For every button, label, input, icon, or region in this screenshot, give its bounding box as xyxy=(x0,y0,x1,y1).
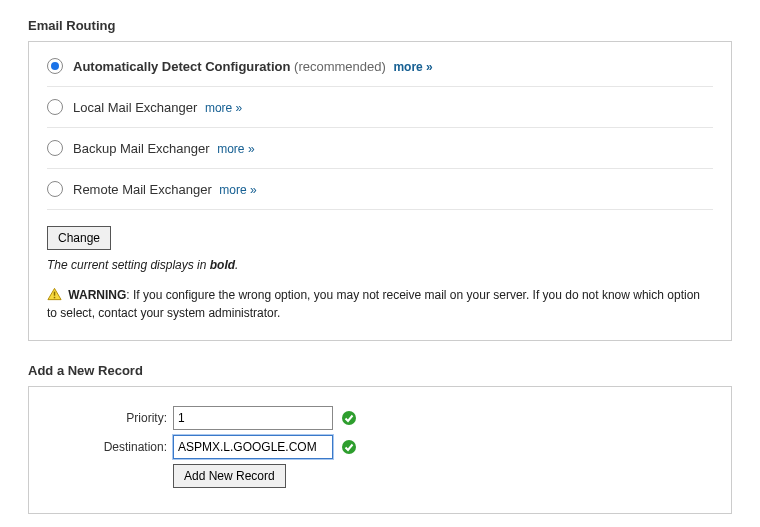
routing-option-remote[interactable]: Remote Mail Exchanger more » xyxy=(47,169,713,210)
svg-point-3 xyxy=(342,411,356,425)
radio-icon xyxy=(47,99,63,115)
routing-option-label: Remote Mail Exchanger more » xyxy=(73,182,257,197)
routing-option-backup[interactable]: Backup Mail Exchanger more » xyxy=(47,128,713,169)
destination-label: Destination: xyxy=(47,440,173,454)
destination-input[interactable] xyxy=(173,435,333,459)
more-link[interactable]: more » xyxy=(393,60,432,74)
add-record-panel: Priority: Destination: Add New Record xyxy=(28,386,732,514)
check-icon xyxy=(341,410,357,426)
routing-option-local[interactable]: Local Mail Exchanger more » xyxy=(47,87,713,128)
routing-option-label: Automatically Detect Configuration (reco… xyxy=(73,59,433,74)
add-record-heading: Add a New Record xyxy=(28,363,732,378)
more-link[interactable]: more » xyxy=(219,183,256,197)
priority-input[interactable] xyxy=(173,406,333,430)
add-new-record-button[interactable]: Add New Record xyxy=(173,464,286,488)
svg-point-4 xyxy=(342,440,356,454)
more-link[interactable]: more » xyxy=(205,101,242,115)
more-link[interactable]: more » xyxy=(217,142,254,156)
routing-option-auto[interactable]: Automatically Detect Configuration (reco… xyxy=(47,56,713,87)
radio-icon xyxy=(47,58,63,74)
email-routing-panel: Automatically Detect Configuration (reco… xyxy=(28,41,732,341)
svg-rect-1 xyxy=(54,292,56,296)
email-routing-heading: Email Routing xyxy=(28,18,732,33)
current-setting-hint: The current setting displays in bold. xyxy=(47,258,713,272)
priority-label: Priority: xyxy=(47,411,173,425)
change-button[interactable]: Change xyxy=(47,226,111,250)
routing-option-label: Backup Mail Exchanger more » xyxy=(73,141,255,156)
warning-message: WARNING: If you configure the wrong opti… xyxy=(47,286,713,322)
routing-option-label: Local Mail Exchanger more » xyxy=(73,100,242,115)
svg-rect-2 xyxy=(54,297,56,299)
check-icon xyxy=(341,439,357,455)
radio-icon xyxy=(47,140,63,156)
radio-icon xyxy=(47,181,63,197)
warning-icon xyxy=(47,287,62,301)
